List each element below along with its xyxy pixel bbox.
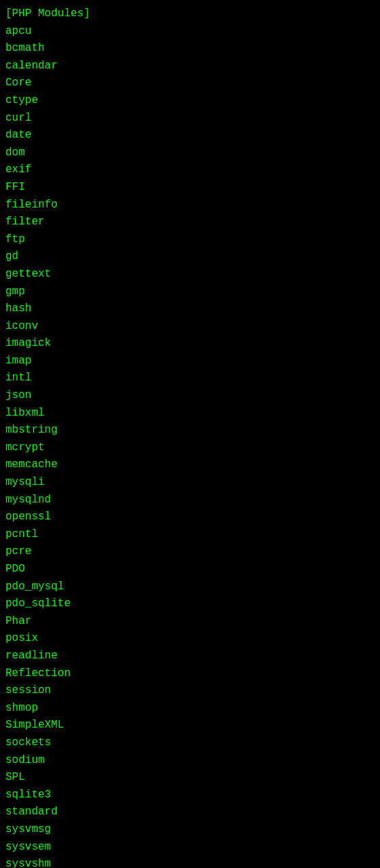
list-item: mysqlnd — [5, 492, 375, 509]
list-item: sysvsem — [5, 839, 375, 856]
list-item: mbstring — [5, 422, 375, 439]
list-item: pcntl — [5, 526, 375, 544]
list-item: session — [5, 682, 375, 700]
list-item: ftp — [5, 231, 375, 249]
list-item: Reflection — [5, 665, 375, 683]
list-item: SimpleXML — [5, 717, 375, 734]
list-item: pcre — [5, 543, 375, 561]
list-item: curl — [5, 110, 375, 127]
list-item: Core — [5, 75, 375, 92]
list-item: apcu — [5, 23, 375, 41]
list-item: sockets — [5, 734, 375, 752]
list-item: SPL — [5, 769, 375, 787]
list-item: exif — [5, 161, 375, 179]
list-item: calendar — [5, 58, 375, 75]
list-item: dom — [5, 144, 375, 162]
list-item: posix — [5, 630, 375, 648]
list-item: mcrypt — [5, 439, 375, 457]
list-item: json — [5, 387, 375, 405]
list-item: mysqli — [5, 474, 375, 492]
list-item: bcmath — [5, 40, 375, 58]
list-item: imagick — [5, 335, 375, 353]
list-item: standard — [5, 804, 375, 821]
list-item: openssl — [5, 509, 375, 526]
list-item: sysvshm — [5, 856, 375, 868]
terminal-container: [PHP Modules] apcubcmathcalendarCorectyp… — [5, 5, 375, 868]
list-item: filter — [5, 214, 375, 231]
list-item: hash — [5, 300, 375, 318]
list-item: gmp — [5, 283, 375, 301]
list-item: sodium — [5, 752, 375, 770]
list-item: PDO — [5, 561, 375, 578]
list-item: date — [5, 127, 375, 144]
list-item: intl — [5, 370, 375, 387]
list-item: sqlite3 — [5, 787, 375, 804]
list-item: pdo_sqlite — [5, 595, 375, 613]
list-item: fileinfo — [5, 197, 375, 214]
list-item: gd — [5, 248, 375, 266]
list-item: memcache — [5, 456, 375, 474]
list-item: Phar — [5, 613, 375, 631]
list-item: iconv — [5, 318, 375, 336]
list-item: sysvmsg — [5, 821, 375, 839]
php-modules-header: [PHP Modules] — [5, 5, 375, 23]
list-item: libxml — [5, 405, 375, 422]
module-list: apcubcmathcalendarCorectypecurldatedomex… — [5, 23, 375, 868]
list-item: gettext — [5, 266, 375, 283]
list-item: imap — [5, 353, 375, 370]
list-item: pdo_mysql — [5, 578, 375, 596]
list-item: ctype — [5, 92, 375, 110]
list-item: readline — [5, 648, 375, 665]
list-item: FFI — [5, 179, 375, 197]
list-item: shmop — [5, 700, 375, 717]
